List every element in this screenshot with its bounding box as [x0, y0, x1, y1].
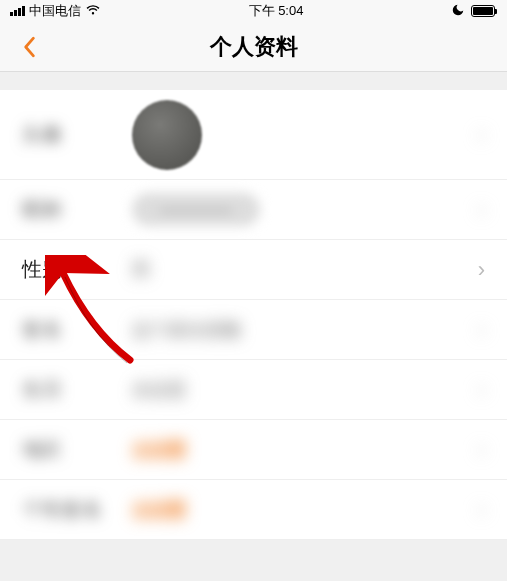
nav-bar: 个人资料 — [0, 22, 507, 72]
carrier-label: 中国电信 — [29, 2, 81, 20]
row-label: 地区 — [22, 436, 132, 463]
wifi-icon — [85, 4, 101, 19]
row-avatar[interactable]: 头像 › — [0, 90, 507, 180]
row-value: ———— — [132, 193, 478, 226]
row-nickname[interactable]: 昵称 ———— › — [0, 180, 507, 240]
row-value: 去设置 — [132, 498, 478, 522]
row-value: 这个家伙很懒 — [132, 318, 478, 342]
row-label: 头像 — [22, 121, 132, 148]
row-value: 去设置 — [132, 438, 478, 462]
chevron-right-icon: › — [478, 257, 485, 283]
chevron-right-icon: › — [478, 122, 485, 148]
status-left: 中国电信 — [10, 2, 101, 20]
row-label: 签名 — [22, 316, 132, 343]
row-value — [132, 100, 478, 170]
row-label: 个性签名 — [22, 496, 132, 523]
back-button[interactable] — [14, 32, 44, 62]
row-blurred[interactable]: 签名 这个家伙很懒 › — [0, 300, 507, 360]
page-title: 个人资料 — [210, 32, 298, 62]
row-gender[interactable]: 性别 男 › — [0, 240, 507, 300]
signal-icon — [10, 6, 25, 16]
status-right — [451, 3, 497, 20]
status-time: 下午 5:04 — [249, 2, 304, 20]
avatar — [132, 100, 202, 170]
row-label: 昵称 — [22, 196, 132, 223]
status-bar: 中国电信 下午 5:04 — [0, 0, 507, 22]
row-blurred[interactable]: 生日 未设置 › — [0, 360, 507, 420]
chevron-right-icon: › — [478, 437, 485, 463]
row-blurred[interactable]: 地区 去设置 › — [0, 420, 507, 480]
profile-list: 头像 › 昵称 ———— › 性别 男 › 签名 这个家伙很懒 › 生日 未设置… — [0, 90, 507, 540]
row-label: 生日 — [22, 376, 132, 403]
chevron-right-icon: › — [478, 377, 485, 403]
chevron-right-icon: › — [478, 197, 485, 223]
chevron-right-icon: › — [478, 497, 485, 523]
row-blurred[interactable]: 个性签名 去设置 › — [0, 480, 507, 540]
chevron-right-icon: › — [478, 317, 485, 343]
chevron-left-icon — [22, 36, 36, 58]
battery-icon — [471, 5, 497, 17]
row-label: 性别 — [22, 256, 132, 283]
row-value: 未设置 — [132, 378, 478, 402]
row-value: 男 — [132, 258, 478, 282]
moon-icon — [451, 3, 465, 20]
